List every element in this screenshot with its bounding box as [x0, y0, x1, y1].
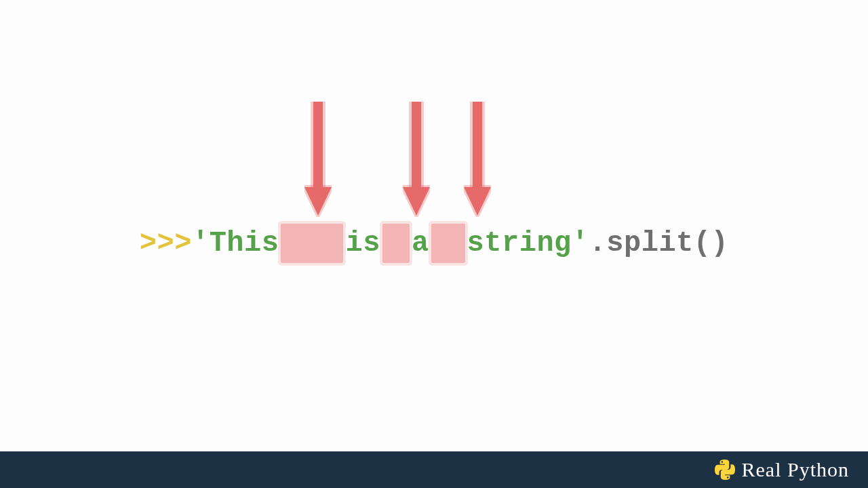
svg-marker-3	[403, 187, 430, 216]
footer-bar: Real Python	[0, 451, 868, 488]
parens-token: ()	[694, 227, 728, 260]
slide: >>>'Thisisastring'.split() Real Python	[0, 0, 868, 488]
string-word-3: a	[412, 227, 429, 260]
string-word-1: This	[210, 227, 279, 260]
arrow-1-icon	[304, 102, 332, 217]
dot-token: .	[589, 227, 607, 260]
string-word-2: is	[345, 227, 380, 260]
python-logo-icon	[715, 460, 735, 480]
svg-rect-4	[473, 102, 482, 190]
whitespace-highlight-2	[382, 224, 410, 263]
svg-marker-5	[464, 187, 491, 216]
svg-rect-2	[412, 102, 421, 190]
whitespace-highlight-1	[281, 224, 343, 263]
close-quote: '	[572, 227, 589, 260]
open-quote: '	[192, 227, 210, 260]
code-example: >>>'Thisisastring'.split()	[0, 224, 868, 263]
arrow-3-icon	[464, 102, 491, 217]
svg-rect-0	[313, 102, 323, 190]
method-name: split	[606, 227, 694, 260]
svg-marker-1	[304, 187, 332, 216]
arrow-2-icon	[403, 102, 430, 217]
prompt-token: >>>	[140, 227, 192, 260]
brand-label: Real Python	[742, 458, 850, 481]
whitespace-highlight-3	[431, 224, 465, 263]
string-word-4: string	[467, 227, 572, 260]
